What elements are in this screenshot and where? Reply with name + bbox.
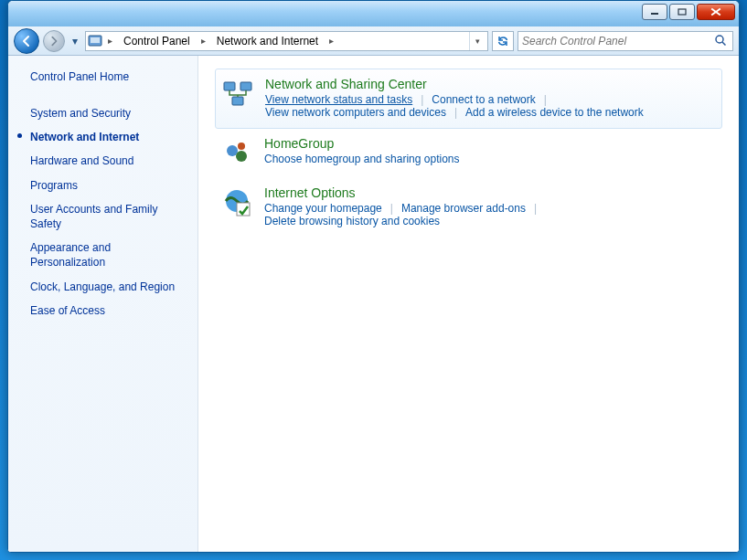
- category-icon: [219, 136, 255, 169]
- link-separator: |: [446, 106, 465, 119]
- titlebar: [8, 1, 739, 26]
- sidebar-item[interactable]: Programs: [30, 174, 188, 197]
- sidebar-item[interactable]: User Accounts and Family Safety: [30, 197, 188, 236]
- svg-rect-0: [651, 13, 658, 15]
- breadcrumb-root[interactable]: Control Panel: [118, 32, 196, 50]
- category-link[interactable]: Delete browsing history and cookies: [264, 215, 440, 227]
- forward-button[interactable]: [43, 30, 65, 52]
- window-controls: [640, 4, 735, 20]
- category-link[interactable]: Manage browser add-ons: [401, 202, 526, 215]
- main-panel: Network and Sharing CenterView network s…: [198, 56, 739, 552]
- category-link[interactable]: Connect to a network: [432, 93, 535, 106]
- recent-pages-chevron-icon[interactable]: ▾: [69, 33, 81, 49]
- svg-rect-9: [240, 82, 251, 90]
- sidebar-item[interactable]: System and Security: [30, 101, 188, 125]
- category-links: Choose homegroup and sharing options: [264, 153, 719, 165]
- body: Control Panel Home System and SecurityNe…: [8, 56, 739, 552]
- breadcrumb-chevron-icon[interactable]: ▸: [325, 36, 337, 46]
- address-row: ▾ ▸ Control Panel ▸ Network and Internet…: [8, 26, 739, 56]
- sidebar: Control Panel Home System and SecurityNe…: [8, 56, 198, 552]
- category-body: HomeGroupChoose homegroup and sharing op…: [264, 136, 719, 169]
- sidebar-home[interactable]: Control Panel Home: [30, 70, 188, 83]
- category-title[interactable]: Network and Sharing Center: [265, 77, 718, 91]
- control-panel-icon: [88, 34, 102, 48]
- sidebar-item[interactable]: Appearance and Personalization: [30, 236, 188, 274]
- maximize-button[interactable]: [669, 4, 695, 20]
- close-button[interactable]: [697, 4, 735, 20]
- category: Network and Sharing CenterView network s…: [215, 69, 722, 129]
- address-dropdown-icon[interactable]: ▾: [469, 32, 486, 50]
- window: ▾ ▸ Control Panel ▸ Network and Internet…: [7, 0, 740, 553]
- category: Internet OptionsChange your homepage|Man…: [215, 178, 722, 237]
- category: HomeGroupChoose homegroup and sharing op…: [215, 129, 722, 178]
- category-icon: [219, 77, 256, 119]
- category-link[interactable]: View network status and tasks: [265, 93, 412, 106]
- svg-point-13: [238, 143, 245, 150]
- category-body: Network and Sharing CenterView network s…: [265, 77, 718, 119]
- link-separator: |: [412, 93, 432, 106]
- svg-point-6: [716, 36, 723, 43]
- link-separator: |: [526, 202, 545, 215]
- svg-rect-8: [224, 82, 235, 90]
- category-links: Change your homepage|Manage browser add-…: [264, 202, 719, 227]
- sidebar-item[interactable]: Network and Internet: [30, 125, 188, 149]
- search-input[interactable]: [522, 35, 714, 48]
- svg-rect-10: [232, 97, 243, 105]
- category-links: View network status and tasks|Connect to…: [265, 93, 718, 119]
- category-title[interactable]: HomeGroup: [264, 136, 719, 151]
- svg-point-12: [236, 151, 247, 162]
- svg-rect-5: [91, 37, 100, 43]
- address-bar[interactable]: ▸ Control Panel ▸ Network and Internet ▸…: [85, 31, 488, 51]
- breadcrumb-current[interactable]: Network and Internet: [211, 32, 324, 50]
- svg-line-7: [722, 42, 726, 46]
- back-button[interactable]: [14, 28, 39, 54]
- category-icon: [219, 185, 255, 227]
- svg-point-11: [227, 145, 238, 156]
- link-separator: |: [536, 93, 555, 106]
- link-separator: |: [382, 202, 401, 215]
- breadcrumb-chevron-icon[interactable]: ▸: [197, 36, 209, 46]
- category-title[interactable]: Internet Options: [264, 185, 719, 200]
- svg-rect-1: [678, 9, 686, 15]
- minimize-button[interactable]: [642, 4, 667, 20]
- sidebar-list: System and SecurityNetwork and InternetH…: [30, 101, 188, 322]
- sidebar-item[interactable]: Hardware and Sound: [30, 149, 188, 173]
- search-box[interactable]: [518, 31, 733, 51]
- category-link[interactable]: View network computers and devices: [265, 106, 446, 119]
- category-link[interactable]: Change your homepage: [264, 202, 382, 215]
- category-body: Internet OptionsChange your homepage|Man…: [264, 185, 719, 227]
- breadcrumb-chevron-icon[interactable]: ▸: [104, 36, 116, 46]
- search-icon[interactable]: [714, 34, 729, 48]
- sidebar-item[interactable]: Clock, Language, and Region: [30, 275, 188, 299]
- category-link[interactable]: Add a wireless device to the network: [465, 106, 644, 119]
- sidebar-item[interactable]: Ease of Access: [30, 299, 188, 322]
- category-link[interactable]: Choose homegroup and sharing options: [264, 153, 459, 165]
- refresh-button[interactable]: [492, 31, 514, 51]
